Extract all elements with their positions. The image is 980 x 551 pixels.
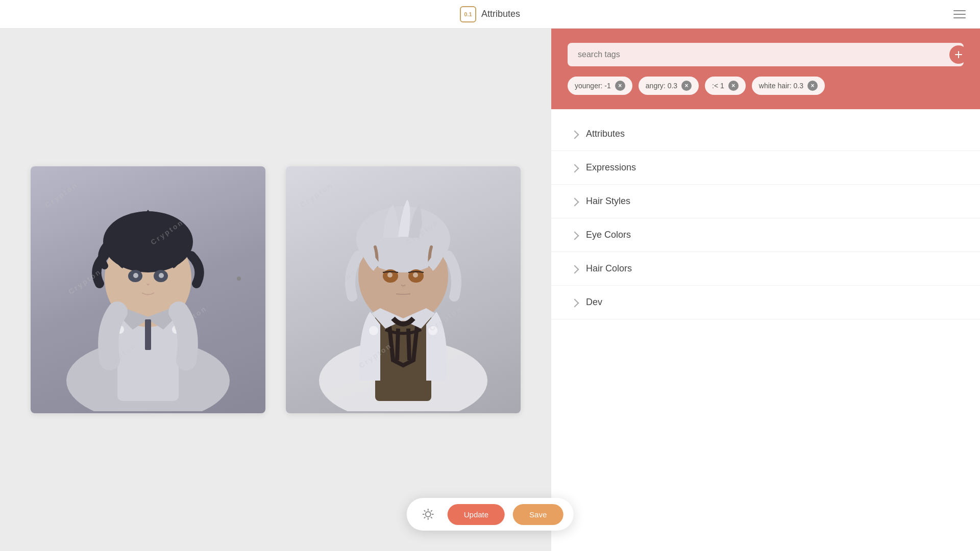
chevron-icon-hair_styles	[571, 197, 579, 206]
app-title: Attributes	[481, 9, 520, 19]
category-item-hair_styles[interactable]: Hair Styles	[551, 185, 980, 218]
svg-point-22	[369, 326, 378, 335]
search-input[interactable]	[568, 43, 964, 66]
category-item-eye_colors[interactable]: Eye Colors	[551, 218, 980, 252]
gear-icon	[421, 507, 435, 521]
svg-point-26	[426, 512, 431, 517]
tag-label-angry: angry: 0.3	[646, 82, 677, 90]
hamburger-button[interactable]	[951, 8, 968, 20]
hamburger-line-2	[953, 14, 966, 15]
app-logo: 0.1 Attributes	[460, 6, 520, 22]
chevron-icon-dev	[571, 298, 579, 307]
char-svg-2	[286, 166, 521, 411]
tag-label-white_hair: white hair: 0.3	[759, 82, 803, 90]
category-list: AttributesExpressionsHair StylesEye Colo…	[551, 109, 980, 328]
tag-chip-younger: younger: -1×	[568, 77, 632, 95]
tag-close-angry_face[interactable]: ×	[728, 81, 739, 91]
category-label-hair_colors: Hair Colors	[586, 263, 632, 274]
search-wrapper	[568, 43, 964, 66]
svg-point-23	[428, 326, 437, 335]
category-label-expressions: Expressions	[586, 162, 636, 173]
tag-label-angry_face: :< 1	[712, 82, 724, 90]
category-item-dev[interactable]: Dev	[551, 286, 980, 319]
category-label-attributes: Attributes	[586, 129, 625, 139]
svg-point-20	[387, 272, 393, 278]
image-area: Crypton Crypton Crypton Crypton Crypton	[0, 29, 551, 551]
tag-label-younger: younger: -1	[575, 82, 611, 90]
category-item-attributes[interactable]: Attributes	[551, 117, 980, 151]
chevron-icon-hair_colors	[571, 265, 579, 273]
right-panel: younger: -1×angry: 0.3×:< 1×white hair: …	[551, 29, 980, 551]
tags-row: younger: -1×angry: 0.3×:< 1×white hair: …	[568, 77, 964, 95]
svg-rect-9	[145, 319, 151, 350]
tag-chip-angry: angry: 0.3×	[639, 77, 699, 95]
character-image-1: Crypton Crypton Crypton Crypton Crypton	[31, 166, 265, 413]
tag-close-white_hair[interactable]: ×	[807, 81, 818, 91]
tag-close-angry[interactable]: ×	[681, 81, 692, 91]
update-button[interactable]: Update	[448, 504, 505, 525]
category-item-hair_colors[interactable]: Hair Colors	[551, 252, 980, 286]
character-image-2: Crypton Crypton Crypton Crypton Crypton	[286, 166, 521, 413]
character-card-2: Crypton Crypton Crypton Crypton Crypton	[286, 166, 521, 413]
expand-icon	[954, 50, 963, 59]
tag-close-younger[interactable]: ×	[615, 81, 625, 91]
hamburger-line-1	[953, 10, 966, 11]
chevron-icon-attributes	[571, 130, 579, 139]
svg-point-7	[133, 273, 138, 278]
svg-point-12	[237, 277, 241, 281]
settings-button[interactable]	[417, 503, 439, 525]
bottom-toolbar: Update Save	[407, 498, 574, 531]
top-nav: 0.1 Attributes	[0, 0, 980, 29]
category-label-eye_colors: Eye Colors	[586, 230, 631, 240]
category-label-dev: Dev	[586, 297, 602, 308]
search-section: younger: -1×angry: 0.3×:< 1×white hair: …	[551, 29, 980, 109]
char-svg-1	[31, 166, 265, 411]
logo-version: 0.1	[464, 11, 472, 17]
category-label-hair_styles: Hair Styles	[586, 196, 630, 207]
main-content: Crypton Crypton Crypton Crypton Crypton	[0, 0, 980, 551]
chevron-icon-eye_colors	[571, 231, 579, 240]
expand-button[interactable]	[949, 45, 968, 64]
tag-chip-white_hair: white hair: 0.3×	[752, 77, 825, 95]
character-card-1: Crypton Crypton Crypton Crypton Crypton	[31, 166, 265, 413]
svg-point-21	[413, 272, 418, 278]
save-button[interactable]: Save	[513, 504, 563, 525]
logo-version-box: 0.1	[460, 6, 476, 22]
chevron-icon-expressions	[571, 164, 579, 172]
category-item-expressions[interactable]: Expressions	[551, 151, 980, 185]
svg-point-8	[159, 273, 164, 278]
hamburger-line-3	[953, 17, 966, 18]
tag-chip-angry_face: :< 1×	[705, 77, 746, 95]
